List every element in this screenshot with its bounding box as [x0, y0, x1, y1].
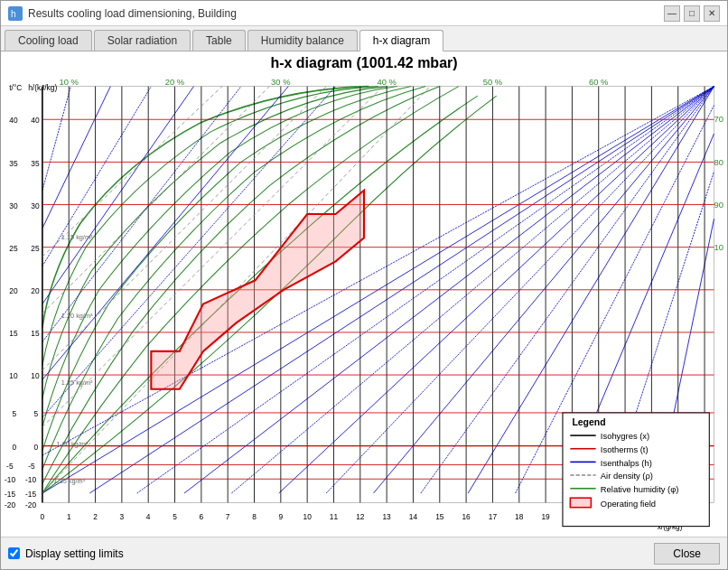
svg-rect-150 — [570, 498, 591, 507]
svg-text:Isenthalps (h): Isenthalps (h) — [601, 458, 652, 468]
main-window: h Results cooling load dimensioning, Bui… — [0, 0, 728, 570]
svg-text:25: 25 — [9, 244, 18, 253]
svg-text:18: 18 — [515, 512, 524, 521]
svg-text:6: 6 — [200, 512, 204, 521]
svg-text:13: 13 — [382, 512, 391, 521]
svg-text:-5: -5 — [28, 462, 35, 471]
svg-text:-15: -15 — [5, 490, 15, 499]
svg-text:h: h — [11, 9, 16, 19]
svg-text:19: 19 — [541, 512, 550, 521]
tab-hx-diagram[interactable]: h-x diagram — [359, 30, 443, 51]
svg-text:-20: -20 — [25, 500, 36, 509]
svg-text:0: 0 — [33, 443, 38, 452]
svg-text:-10: -10 — [25, 475, 36, 484]
svg-text:15: 15 — [9, 329, 18, 338]
svg-text:1.25 kg/m³: 1.25 kg/m³ — [61, 378, 93, 387]
svg-text:1.30 kg/m³: 1.30 kg/m³ — [57, 440, 89, 448]
svg-text:Isotherms (t): Isotherms (t) — [601, 444, 649, 454]
svg-text:20: 20 — [31, 286, 40, 295]
tab-bar: Cooling load Solar radiation Table Humid… — [1, 26, 727, 51]
svg-text:5: 5 — [173, 512, 177, 521]
svg-text:2: 2 — [93, 512, 98, 521]
svg-text:-10: -10 — [5, 475, 15, 484]
svg-text:40: 40 — [9, 116, 18, 125]
svg-text:40: 40 — [31, 116, 40, 125]
display-setting-limits-checkbox[interactable] — [8, 547, 20, 559]
title-bar-left: h Results cooling load dimensioning, Bui… — [8, 6, 237, 21]
svg-text:20 %: 20 % — [165, 77, 185, 87]
svg-text:-15: -15 — [25, 490, 36, 499]
content-area: h-x diagram (1001.42 mbar) — [1, 51, 727, 537]
svg-text:Legend: Legend — [572, 417, 605, 427]
svg-text:1: 1 — [67, 512, 71, 521]
svg-text:90 %: 90 % — [714, 200, 723, 210]
svg-text:100 %: 100 % — [714, 242, 723, 252]
svg-text:15: 15 — [31, 329, 40, 338]
app-icon: h — [8, 6, 23, 21]
svg-text:14: 14 — [409, 512, 418, 521]
footer-left: Display setting limits — [8, 547, 124, 560]
svg-text:0: 0 — [12, 443, 16, 452]
svg-text:-20: -20 — [5, 500, 15, 509]
svg-text:7: 7 — [226, 512, 230, 521]
svg-text:0: 0 — [41, 512, 45, 521]
tab-cooling-load[interactable]: Cooling load — [5, 30, 92, 51]
svg-text:5: 5 — [12, 409, 16, 418]
window-close-button[interactable]: ✕ — [704, 5, 720, 22]
svg-text:Operating field: Operating field — [601, 499, 656, 509]
svg-text:9: 9 — [279, 512, 284, 521]
svg-text:25: 25 — [31, 244, 40, 253]
svg-text:Air density (ρ): Air density (ρ) — [601, 471, 653, 481]
svg-text:8: 8 — [252, 512, 257, 521]
svg-text:t/°C: t/°C — [9, 83, 22, 92]
svg-text:30 %: 30 % — [271, 77, 291, 87]
svg-text:-5: -5 — [6, 462, 14, 471]
svg-text:30: 30 — [9, 201, 18, 210]
svg-text:1.20 kg/m³: 1.20 kg/m³ — [61, 312, 93, 320]
svg-text:35: 35 — [9, 159, 18, 168]
svg-text:4: 4 — [146, 512, 151, 521]
hx-diagram-svg: 10 % 20 % 30 % 40 % 50 % 60 % 70 % 80 % … — [5, 75, 723, 533]
svg-text:3: 3 — [120, 512, 125, 521]
tab-table[interactable]: Table — [192, 30, 246, 51]
svg-text:10: 10 — [303, 512, 313, 521]
svg-text:12: 12 — [356, 512, 365, 521]
close-button[interactable]: Close — [654, 543, 720, 565]
svg-text:80 %: 80 % — [714, 157, 723, 167]
title-bar: h Results cooling load dimensioning, Bui… — [1, 1, 727, 26]
svg-text:35: 35 — [31, 159, 40, 168]
svg-text:70 %: 70 % — [714, 114, 723, 124]
diagram-area: 10 % 20 % 30 % 40 % 50 % 60 % 70 % 80 % … — [5, 75, 723, 533]
svg-text:1.35 kg/m³: 1.35 kg/m³ — [53, 478, 85, 486]
svg-text:20: 20 — [9, 286, 18, 295]
svg-text:1.15 kg/m³: 1.15 kg/m³ — [61, 233, 93, 241]
svg-text:15: 15 — [435, 512, 444, 521]
svg-text:17: 17 — [489, 512, 498, 521]
svg-text:11: 11 — [330, 512, 339, 521]
display-setting-limits-label: Display setting limits — [25, 547, 124, 560]
tab-humidity-balance[interactable]: Humidity balance — [247, 30, 358, 51]
svg-text:30: 30 — [31, 201, 40, 210]
svg-text:10 %: 10 % — [59, 77, 79, 87]
svg-text:40 %: 40 % — [377, 77, 397, 87]
footer: Display setting limits Close — [1, 537, 727, 569]
svg-text:Isohygres (x): Isohygres (x) — [601, 431, 649, 441]
svg-text:60 %: 60 % — [589, 77, 609, 87]
svg-text:10: 10 — [9, 371, 18, 380]
window-title: Results cooling load dimensioning, Build… — [28, 7, 237, 20]
svg-text:16: 16 — [462, 512, 471, 521]
svg-rect-138 — [563, 413, 709, 527]
tab-solar-radiation[interactable]: Solar radiation — [94, 30, 191, 51]
svg-text:10: 10 — [31, 371, 40, 380]
title-bar-controls: — □ ✕ — [664, 5, 720, 22]
svg-text:50 %: 50 % — [483, 77, 503, 87]
svg-text:h/(kJ/kg): h/(kJ/kg) — [28, 83, 57, 92]
minimize-button[interactable]: — — [664, 5, 680, 22]
svg-text:Relative humidity (φ): Relative humidity (φ) — [601, 484, 679, 494]
diagram-title: h-x diagram (1001.42 mbar) — [5, 55, 723, 71]
svg-text:5: 5 — [33, 409, 38, 418]
maximize-button[interactable]: □ — [684, 5, 700, 22]
